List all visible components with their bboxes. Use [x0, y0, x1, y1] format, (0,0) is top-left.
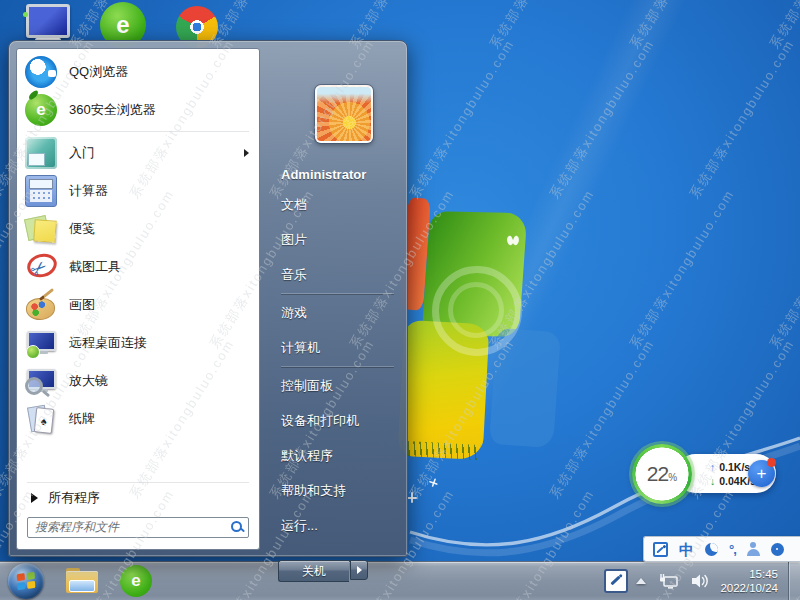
notification-dot [767, 458, 776, 467]
menu-item-snipping-tool[interactable]: 截图工具 [17, 248, 259, 286]
menu-item-documents[interactable]: 文档 [281, 187, 402, 222]
qq-browser-icon [25, 56, 57, 88]
start-button[interactable] [8, 563, 44, 599]
search-input[interactable] [27, 517, 249, 538]
windows7-desktop: e ↑ 0.1K/s ↓ 0.04K/s + 22 % e [0, 0, 800, 600]
punctuation-toggle[interactable]: °, [729, 543, 736, 556]
menu-item-360-browser[interactable]: e 360安全浏览器 [17, 91, 259, 129]
menu-item-getting-started[interactable]: 入门 [17, 134, 259, 172]
pen-icon [611, 576, 621, 586]
pen-icon [656, 546, 663, 553]
start-menu: QQ浏览器 e 360安全浏览器 入门 计算器 便笺 截图工 [8, 40, 408, 557]
folder-icon [69, 580, 95, 592]
computer-screen [26, 4, 70, 38]
taskbar-explorer-button[interactable] [66, 568, 98, 594]
menu-item-magnifier[interactable]: 放大镜 [17, 362, 259, 400]
menu-item-calculator[interactable]: 计算器 [17, 172, 259, 210]
start-menu-program-list: QQ浏览器 e 360安全浏览器 入门 计算器 便笺 截图工 [16, 48, 260, 550]
shutdown-options-arrow[interactable] [350, 560, 368, 580]
all-programs-arrow-icon [31, 493, 38, 503]
remote-desktop-icon [25, 327, 57, 359]
magnifier-icon [25, 365, 57, 397]
wallpaper-glow-ring [448, 282, 504, 338]
menu-item-remote-desktop[interactable]: 远程桌面连接 [17, 324, 259, 362]
user-lexicon-icon[interactable] [747, 542, 760, 556]
network-icon[interactable] [658, 571, 680, 591]
menu-item-devices-printers[interactable]: 设备和打印机 [281, 403, 402, 438]
shutdown-control: 关机 [278, 560, 368, 582]
tray-expand-arrow[interactable] [636, 578, 646, 584]
plus-icon: + [757, 464, 767, 484]
widget-plus-button[interactable]: + [748, 460, 775, 487]
clock-date: 2022/10/24 [720, 581, 778, 595]
user-avatar[interactable] [315, 85, 373, 143]
menu-item-games[interactable]: 游戏 [281, 295, 402, 330]
desktop-icon-computer[interactable] [26, 4, 72, 44]
menu-item-default-programs[interactable]: 默认程序 [281, 438, 402, 473]
search-magnifier-icon [231, 521, 244, 534]
menu-item-pictures[interactable]: 图片 [281, 222, 402, 257]
all-programs-button[interactable]: 所有程序 [17, 485, 259, 511]
ime-logo-icon[interactable] [653, 542, 668, 557]
paint-icon [25, 289, 57, 321]
chinese-mode-toggle[interactable]: 中 [679, 542, 694, 557]
solitaire-icon [25, 403, 57, 435]
windows-flag-icon [17, 572, 36, 590]
taskbar: e 15:45 2022/10/24 [0, 561, 800, 600]
fullwidth-moon-icon[interactable] [705, 543, 718, 556]
download-arrow-icon: ↓ [710, 475, 715, 487]
menu-item-music[interactable]: 音乐 [281, 257, 402, 292]
language-bar: 中 °, [643, 536, 800, 562]
percent-sign: % [668, 472, 677, 483]
ime-tray-icon[interactable] [604, 569, 628, 593]
360-browser-icon: e [25, 94, 57, 126]
menu-item-sticky-notes[interactable]: 便笺 [17, 210, 259, 248]
upload-speed: 0.1K/s [719, 461, 750, 473]
show-desktop-button[interactable] [788, 562, 800, 600]
menu-item-run[interactable]: 运行... [281, 508, 402, 543]
menu-item-solitaire[interactable]: 纸牌 [17, 400, 259, 438]
submenu-arrow-icon [244, 149, 249, 157]
memory-usage-ball[interactable]: 22 % [632, 444, 692, 504]
getting-started-icon [25, 137, 57, 169]
computer-power-light [23, 12, 28, 17]
tray-clock[interactable]: 15:45 2022/10/24 [720, 567, 778, 595]
calculator-icon [25, 175, 57, 207]
search-row [17, 511, 259, 543]
ime-settings-gear-icon[interactable] [771, 543, 784, 556]
speaker-icon[interactable] [690, 571, 710, 591]
system-tray: 15:45 2022/10/24 [604, 562, 800, 600]
memory-percent: 22 [647, 462, 668, 486]
taskbar-360-browser-button[interactable]: e [120, 565, 152, 597]
butterfly-decoration [507, 236, 519, 246]
menu-separator [281, 366, 394, 367]
menu-separator [27, 131, 249, 132]
menu-item-computer[interactable]: 计算机 [281, 330, 402, 365]
menu-separator [281, 293, 394, 294]
clock-time: 15:45 [720, 567, 778, 581]
taskbar-left: e [0, 562, 152, 600]
sparkle-decoration [428, 477, 439, 488]
menu-item-control-panel[interactable]: 控制面板 [281, 368, 402, 403]
menu-item-qq-browser[interactable]: QQ浏览器 [17, 53, 259, 91]
user-name[interactable]: Administrator [281, 161, 402, 187]
menu-item-help-support[interactable]: 帮助和支持 [281, 473, 402, 508]
shutdown-button[interactable]: 关机 [278, 560, 349, 582]
snipping-tool-icon [25, 251, 57, 283]
upload-arrow-icon: ↑ [710, 461, 715, 473]
menu-separator [27, 482, 249, 483]
sticky-notes-icon [25, 213, 57, 245]
menu-item-paint[interactable]: 画图 [17, 286, 259, 324]
